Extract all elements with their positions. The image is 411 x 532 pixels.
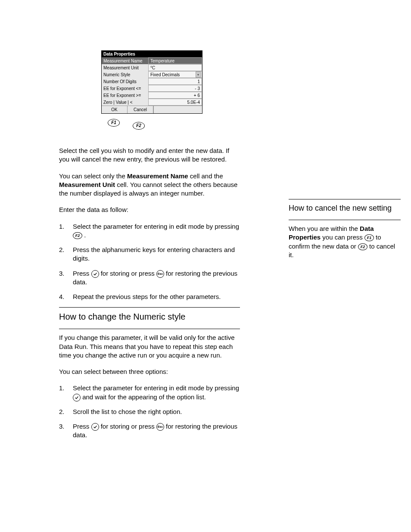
- row-ee-exponent-ge: EE for Exponent >= + 6: [102, 92, 202, 99]
- row-numeric-style[interactable]: Numeric Style Fixed Decimals ▼: [102, 71, 202, 78]
- step-1: 1. Select the parameter for entering in …: [59, 222, 240, 240]
- step-4: 4. Repeat the previous steps for the oth…: [59, 292, 240, 301]
- f2-key-icon: F2: [73, 232, 82, 239]
- left-column: Select the cell you wish to modify and e…: [59, 146, 240, 446]
- esc-key-icon: Esc: [156, 423, 164, 431]
- left-p4: You can select between three options:: [59, 367, 240, 376]
- step-6: 2. Scroll the list to chose the right op…: [59, 408, 240, 416]
- row-number-of-digits: Number Of Digits 1: [102, 78, 202, 85]
- label-number-of-digits: Number Of Digits: [102, 78, 148, 85]
- value-number-of-digits: 1: [148, 78, 202, 85]
- left-p3: If you change this parameter, it will be…: [59, 333, 240, 360]
- label-ee-exponent-le: EE for Exponent <=: [102, 85, 148, 92]
- right-column: How to cancel the new setting When you a…: [289, 197, 401, 267]
- check-icon: [73, 394, 81, 401]
- f1-key-icon: F1: [364, 234, 374, 241]
- label-numeric-style: Numeric Style: [102, 71, 148, 78]
- value-ee-exponent-le: - 3: [148, 85, 202, 92]
- rule-r2: [289, 220, 401, 220]
- rule-r1: [289, 199, 401, 199]
- data-properties-dialog: Data Properties Measurement Name Tempera…: [101, 50, 202, 114]
- f1-key-icon: F1: [108, 118, 120, 127]
- step-3: 3. Press for storing or press Esc for re…: [59, 269, 240, 287]
- rule-1: [59, 307, 240, 308]
- cancel-button[interactable]: Cancel: [128, 106, 153, 113]
- numeric-style-text: Fixed Decimals: [150, 72, 180, 77]
- row-zero-value: Zero | Value | < 5.0E-4: [102, 99, 202, 106]
- label-measurement-name: Measurement Name: [102, 57, 148, 64]
- value-measurement-name[interactable]: Temperature: [148, 57, 202, 64]
- dialog-button-row: OK Cancel: [102, 106, 202, 113]
- value-measurement-unit[interactable]: °C: [148, 64, 202, 71]
- value-numeric-style[interactable]: Fixed Decimals ▼: [148, 71, 202, 78]
- heading-numeric-style: How to change the Numeric style: [59, 312, 240, 322]
- check-icon: [91, 270, 99, 278]
- f2-key-icon: F2: [358, 243, 367, 250]
- step-5: 1. Select the parameter for entering in …: [59, 384, 240, 401]
- chevron-down-icon[interactable]: ▼: [196, 72, 201, 78]
- row-ee-exponent-le: EE for Exponent <= - 3: [102, 85, 202, 92]
- row-measurement-unit[interactable]: Measurement Unit °C: [102, 64, 202, 71]
- value-zero-value: 5.0E-4: [148, 99, 202, 106]
- dialog-title: Data Properties: [102, 51, 202, 57]
- check-icon: [91, 423, 99, 431]
- rule-2: [59, 329, 240, 329]
- value-ee-exponent-ge: + 6: [148, 92, 202, 99]
- enter-data-heading: Enter the data as follow:: [59, 205, 240, 214]
- row-measurement-name[interactable]: Measurement Name Temperature: [102, 57, 202, 64]
- esc-key-icon: Esc: [156, 270, 164, 278]
- button-spacer: [153, 106, 202, 113]
- label-zero-value: Zero | Value | <: [102, 99, 148, 106]
- f2-key-icon: F2: [133, 121, 145, 130]
- left-p1: Select the cell you wish to modify and e…: [59, 146, 240, 164]
- step-7: 3. Press for storing or press Esc for re…: [59, 422, 240, 440]
- heading-cancel-setting: How to cancel the new setting: [289, 204, 401, 213]
- label-measurement-unit: Measurement Unit: [102, 64, 148, 71]
- ok-button[interactable]: OK: [102, 106, 128, 113]
- right-p1: When you are within the Data Properties …: [289, 224, 401, 259]
- left-p2: You can select only the Measurement Name…: [59, 172, 240, 198]
- label-ee-exponent-ge: EE for Exponent >=: [102, 92, 148, 99]
- step-2: 2. Press the alphanumeric keys for enter…: [59, 246, 240, 263]
